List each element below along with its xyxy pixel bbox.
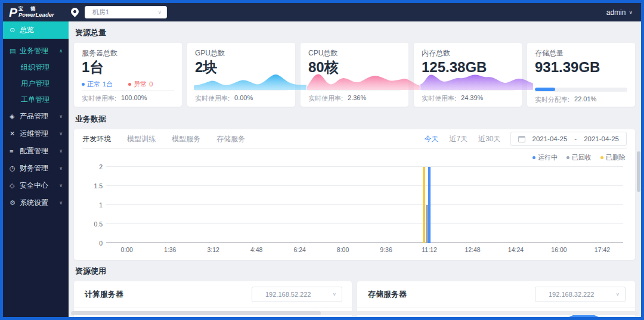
x-axis-label: 0:00 [120, 246, 132, 253]
y-axis-label: 1 [99, 201, 103, 209]
horizontal-scrollbar-thumb[interactable] [71, 311, 321, 315]
legend-dot [566, 156, 569, 159]
legend-dot [532, 156, 535, 159]
chevron-down-icon: ∨ [59, 131, 63, 136]
sidebar-item-finance-mgmt[interactable]: ◷ 财务管理 ∨ [3, 160, 69, 177]
sidebar-item-ops-mgmt[interactable]: ✕ 运维管理 ∨ [3, 125, 69, 142]
location-pin-icon [69, 6, 80, 17]
business-data-title: 业务数据 [75, 114, 635, 125]
main-content: 资源总量 服务器总数 1台 正常 1台 [69, 21, 641, 317]
user-menu[interactable]: admin ∨ [606, 8, 633, 17]
dashboard-icon: ⊙ [10, 26, 18, 34]
chart-bar-运行中[interactable] [428, 167, 431, 243]
powerleader-logo-icon: P [9, 6, 17, 18]
business-icon: ▤ [10, 47, 18, 55]
sidebar-item-config-mgmt[interactable]: ≡ 配置管理 ∨ [3, 142, 69, 160]
x-axis-label: 3:12 [207, 246, 219, 253]
y-axis-label: 1.5 [94, 182, 103, 189]
chevron-down-icon: ∨ [59, 148, 63, 154]
calendar-icon [518, 136, 525, 142]
legend-dot [600, 156, 603, 159]
business-bar-chart: 00.511.520:001:363:124:486:248:009:3611:… [82, 164, 627, 255]
gridline [106, 185, 623, 186]
y-axis-label: 0 [99, 240, 103, 247]
shield-icon: ◇ [10, 182, 18, 189]
server-total-value: 1台 [82, 59, 174, 76]
chevron-down-icon: ∨ [615, 292, 620, 297]
sidebar-item-system-settings[interactable]: ⚙ 系统设置 ∨ [3, 194, 69, 212]
cpu-sparkline [307, 70, 420, 90]
chevron-down-icon: ∨ [59, 114, 63, 119]
tab-model-service[interactable]: 模型服务 [172, 134, 200, 144]
brand-name-en: PowerLeader [18, 12, 54, 18]
sidebar-item-business-mgmt[interactable]: ▤ 业务管理 ∧ [3, 42, 69, 60]
sidebar-item-user-mgmt[interactable]: 用户管理 [3, 76, 69, 92]
gpu-total-card: GPU总数 2块 实时使用率:0.00% [187, 43, 295, 107]
compute-server-select[interactable]: 192.168.52.222 ∨ [252, 287, 342, 302]
gridline [106, 204, 623, 205]
tab-model-training[interactable]: 模型训练 [127, 134, 156, 144]
topbar: P 宝 德 PowerLeader 机房1 ∨ admin ∨ [3, 3, 641, 21]
range-30days[interactable]: 近30天 [478, 134, 500, 144]
legend-deleted[interactable]: 已删除 [600, 153, 626, 162]
y-axis-label: 0.5 [94, 220, 103, 228]
server-normal-status: 正常 1台 [82, 80, 113, 89]
date-range-picker[interactable]: 2021-04-25 - 2021-04-25 [510, 132, 627, 146]
cpu-total-card: CPU总数 80核 实时使用率:2.36% [301, 43, 408, 107]
x-axis-label: 4:48 [250, 246, 262, 253]
x-axis-label: 17:42 [595, 246, 610, 253]
business-tabbar: 开发环境 模型训练 模型服务 存储服务 今天 近7天 近30天 2021-04-… [82, 129, 627, 149]
x-axis-label: 8:00 [337, 246, 349, 253]
legend-running[interactable]: 运行中 [532, 153, 558, 162]
legend-recycled[interactable]: 已回收 [566, 153, 592, 162]
gridline [106, 223, 623, 224]
compute-server-label: 计算服务器 [85, 289, 123, 300]
sidebar-item-product-mgmt[interactable]: ◈ 产品管理 ∨ [3, 108, 69, 125]
x-axis-label: 16:00 [551, 246, 566, 253]
sidebar-item-org-mgmt[interactable]: 组织管理 [3, 60, 69, 76]
chart-bar-已删除[interactable] [423, 167, 425, 243]
horizontal-scrollbar[interactable] [71, 311, 639, 315]
chart-bar-已回收[interactable] [426, 205, 428, 243]
business-data-panel: 开发环境 模型训练 模型服务 存储服务 今天 近7天 近30天 2021-04-… [74, 129, 635, 260]
status-dot [128, 83, 131, 86]
resource-summary-title: 资源总量 [75, 27, 635, 38]
app-window: P 宝 德 PowerLeader 机房1 ∨ admin ∨ ⊙ 总览 ▤ [0, 0, 644, 320]
y-axis-label: 2 [99, 163, 103, 170]
chevron-down-icon: ∨ [59, 200, 63, 206]
sidebar-item-security-center[interactable]: ◇ 安全中心 ∨ [3, 177, 69, 194]
vertical-scrollbar-thumb[interactable] [637, 151, 640, 192]
storage-server-label: 存储服务器 [368, 289, 407, 300]
range-today[interactable]: 今天 [424, 134, 438, 144]
room-select[interactable]: 机房1 ∨ [85, 6, 167, 18]
server-total-card: 服务器总数 1台 正常 1台 异常 0 [74, 43, 182, 107]
resource-usage-title: 资源使用 [75, 266, 635, 276]
x-axis-label: 11:12 [422, 246, 437, 253]
product-icon: ◈ [10, 113, 18, 120]
x-axis-label: 12:48 [465, 246, 480, 253]
tab-storage-service[interactable]: 存储服务 [216, 134, 245, 144]
memory-total-card: 内存总数 125.38GB 实时使用率:24.39% [414, 43, 522, 107]
storage-server-select[interactable]: 192.168.32.222 ∨ [535, 287, 626, 302]
range-7days[interactable]: 近7天 [449, 134, 467, 144]
user-name: admin [606, 8, 626, 17]
status-dot [82, 83, 85, 86]
x-axis-label: 9:36 [380, 246, 392, 253]
tab-dev-env[interactable]: 开发环境 [82, 134, 111, 144]
chevron-down-icon: ∨ [332, 292, 336, 297]
sidebar-item-overview[interactable]: ⊙ 总览 [3, 21, 69, 39]
x-axis-label: 14:24 [508, 246, 524, 253]
x-axis-label: 6:24 [293, 246, 305, 253]
sidebar-item-ticket-mgmt[interactable]: 工单管理 [3, 92, 69, 108]
gear-icon: ⚙ [10, 199, 18, 207]
chevron-down-icon: ∨ [628, 10, 633, 15]
x-axis-label: 1:36 [164, 246, 176, 253]
brand-logo[interactable]: P 宝 德 PowerLeader [9, 6, 66, 18]
gridline [106, 166, 623, 167]
room-select-value: 机房1 [92, 8, 109, 17]
date-separator: - [574, 135, 577, 142]
storage-total-value: 931.39GB [535, 59, 627, 76]
gpu-usage-row: GPU 0B/13.76GB [85, 316, 341, 317]
sliders-icon: ≡ [10, 148, 18, 155]
chevron-down-icon: ∨ [59, 166, 63, 171]
